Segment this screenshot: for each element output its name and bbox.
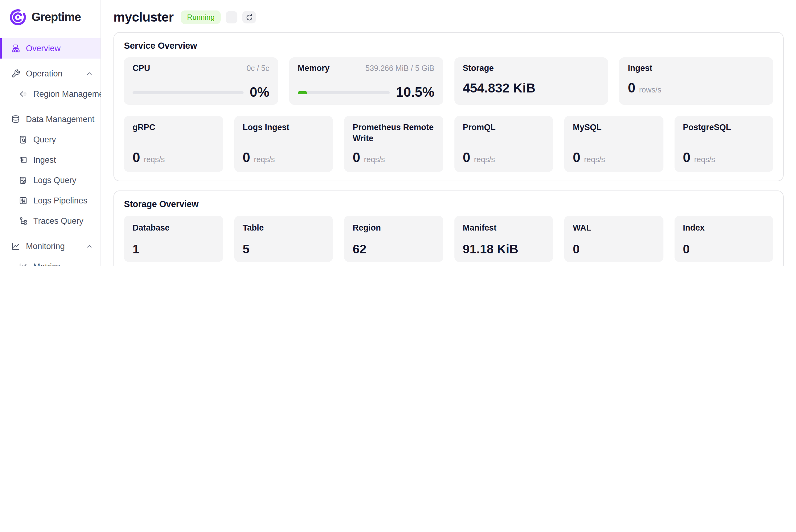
sidebar-item-data-management[interactable]: Data Management: [0, 109, 100, 130]
protocol-value: 0: [243, 151, 250, 165]
stat-label: Region: [353, 223, 381, 232]
stat-value: 0: [573, 243, 655, 255]
stat-label: Database: [133, 223, 170, 232]
sidebar-item-label: Query: [33, 135, 56, 144]
cpu-limit: 0c / 5c: [247, 64, 269, 73]
sidebar-item-logs-pipelines[interactable]: Logs Pipelines: [0, 190, 100, 211]
protocol-label: PostgreSQL: [683, 122, 764, 133]
stat-value: 0: [683, 243, 764, 255]
protocol-value: 0: [683, 151, 690, 165]
protocol-value: 0: [353, 151, 360, 165]
protocol-value: 0: [133, 151, 140, 165]
stat-label: WAL: [573, 223, 591, 232]
sidebar-item-label: Logs Query: [33, 176, 76, 185]
sidebar-item-label: Metrics: [33, 262, 60, 266]
storage-value: 454.832 KiB: [463, 81, 600, 94]
sidebar: Greptime Overview Operation Region Manag…: [0, 0, 101, 266]
brand-logo: Greptime: [0, 0, 100, 33]
region-icon: [19, 89, 28, 99]
stat-value: 62: [353, 243, 434, 255]
service-overview-title: Service Overview: [124, 41, 773, 51]
stat-label: Table: [243, 223, 264, 232]
sidebar-item-monitoring[interactable]: Monitoring: [0, 236, 100, 256]
stat-value: 5: [243, 243, 324, 255]
protocol-label: MySQL: [573, 122, 655, 133]
stat-value: 1: [133, 243, 214, 255]
main-content: mycluster Running Service Overview CPU 0…: [101, 0, 796, 266]
sidebar-item-label: Logs Pipelines: [33, 196, 88, 205]
sidebar-item-label: Ingest: [33, 155, 56, 165]
service-overview-panel: Service Overview CPU 0c / 5c 0%: [113, 32, 784, 181]
protocol-unit: reqs/s: [144, 155, 165, 164]
storage-overview-title: Storage Overview: [124, 199, 773, 209]
chevron-up-icon: [86, 70, 93, 77]
manifest-card: Manifest 91.18 KiB: [454, 216, 553, 262]
region-card: Region 62: [344, 216, 443, 262]
sidebar-item-operation[interactable]: Operation: [0, 63, 100, 84]
sidebar-item-query[interactable]: Query: [0, 130, 100, 150]
ingest-unit: rows/s: [639, 86, 661, 94]
protocol-label: PromQL: [463, 122, 545, 133]
sidebar-item-metrics[interactable]: Metrics: [0, 256, 100, 266]
brand-name: Greptime: [32, 11, 81, 24]
sidebar-item-label: Operation: [26, 69, 62, 78]
chart-icon: [11, 242, 20, 251]
memory-limit: 539.266 MiB / 5 GiB: [365, 64, 434, 73]
storage-label: Storage: [463, 63, 494, 73]
sidebar-item-label: Monitoring: [26, 242, 65, 251]
sliders-icon: [19, 196, 28, 205]
protocol-unit: reqs/s: [474, 155, 495, 164]
storage-overview-panel: Storage Overview Database 1 Table 5 Regi…: [113, 190, 784, 266]
protocol-label: Logs Ingest: [243, 122, 324, 133]
doc-edit-icon: [19, 176, 28, 185]
sidebar-item-region-management[interactable]: Region Management: [0, 84, 100, 104]
sidebar-item-overview[interactable]: Overview: [0, 38, 100, 59]
protocol-label: gRPC: [133, 122, 214, 133]
cpu-percent: 0%: [250, 86, 269, 99]
chevron-up-icon: [86, 243, 93, 250]
stat-label: Index: [683, 223, 705, 232]
sidebar-item-traces-query[interactable]: Traces Query: [0, 211, 100, 231]
protocol-unit: reqs/s: [254, 155, 275, 164]
stat-value: 91.18 KiB: [463, 243, 545, 255]
protocol-value: 0: [463, 151, 471, 165]
ingest-card: Ingest 0 rows/s: [619, 57, 774, 105]
doc-search-icon: [19, 135, 28, 144]
sidebar-item-ingest[interactable]: Ingest: [0, 150, 100, 170]
database-card: Database 1: [124, 216, 223, 262]
chart-icon: [19, 262, 28, 266]
ingest-value: 0: [628, 81, 636, 95]
sidebar-item-logs-query[interactable]: Logs Query: [0, 170, 100, 190]
logs-ingest-card: Logs Ingest 0reqs/s: [234, 116, 333, 172]
protocol-label: Prometheus Remote Write: [353, 122, 434, 145]
memory-progress-bar: [298, 91, 390, 94]
sidebar-item-label: Data Management: [26, 115, 94, 124]
sidebar-item-label: Traces Query: [33, 216, 83, 226]
index-card: Index 0: [674, 216, 773, 262]
page-header: mycluster Running: [113, 0, 784, 32]
folder-in-icon: [19, 155, 28, 165]
memory-percent: 10.5%: [396, 86, 434, 99]
sidebar-item-label: Overview: [26, 44, 61, 53]
storage-card: Storage 454.832 KiB: [454, 57, 608, 105]
sidebar-item-label: Region Management: [33, 89, 111, 99]
sidebar-nav: Overview Operation Region Management Dat…: [0, 38, 100, 266]
wal-card: WAL 0: [564, 216, 663, 262]
stat-label: Manifest: [463, 223, 497, 232]
header-extra-button[interactable]: [226, 11, 238, 23]
refresh-icon: [245, 13, 253, 21]
ingest-label: Ingest: [628, 63, 653, 73]
protocol-unit: reqs/s: [584, 155, 605, 164]
memory-card: Memory 539.266 MiB / 5 GiB 10.5%: [289, 57, 443, 105]
protocol-unit: reqs/s: [694, 155, 715, 164]
memory-label: Memory: [298, 63, 330, 73]
cpu-progress-bar: [133, 91, 244, 94]
tree-icon: [19, 216, 28, 226]
cpu-label: CPU: [133, 63, 150, 73]
page-title: mycluster: [113, 10, 174, 25]
refresh-button[interactable]: [242, 11, 256, 23]
cpu-card: CPU 0c / 5c 0%: [124, 57, 278, 105]
app-window: Greptime Overview Operation Region Manag…: [0, 0, 796, 266]
protocol-unit: reqs/s: [364, 155, 385, 164]
sitemap-icon: [11, 44, 20, 53]
